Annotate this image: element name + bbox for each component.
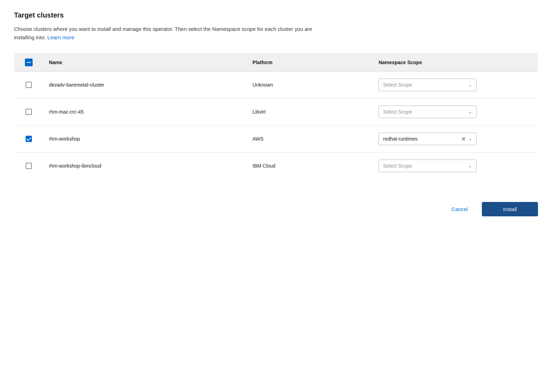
scope-cell[interactable]: Select Scope ⌄ [373, 153, 538, 180]
chevron-down-icon: ⌄ [469, 136, 472, 141]
cluster-platform: IBM Cloud [247, 153, 373, 180]
chevron-down-icon: ⌄ [469, 109, 472, 114]
row-3-checkbox[interactable] [26, 136, 32, 142]
row-2-checkbox[interactable] [26, 109, 32, 115]
select-all-header[interactable] [14, 53, 43, 72]
cluster-table: Name Platform Namespace Scope devadv-bar… [14, 53, 538, 180]
select-all-checkbox[interactable] [25, 59, 33, 66]
row-1-checkbox[interactable] [26, 82, 32, 88]
table-row: devadv-baremetal-cluster Unknown Select … [14, 72, 538, 99]
cluster-platform: Unknown [247, 72, 373, 99]
scope-cell[interactable]: Select Scope ⌄ [373, 99, 538, 126]
scope-select-row-1[interactable]: Select Scope ⌄ [378, 79, 477, 91]
cancel-button[interactable]: Cancel [444, 203, 475, 216]
row-checkbox-cell[interactable] [14, 126, 43, 153]
scope-select-row-2-text: Select Scope [383, 109, 469, 115]
scope-select-row-2[interactable]: Select Scope ⌄ [378, 106, 477, 118]
page-title: Target clusters [14, 11, 538, 19]
table-header-row: Name Platform Namespace Scope [14, 53, 538, 72]
table-row: rhm-mac-crc-45 Libvirt Select Scope ⌄ [14, 99, 538, 126]
platform-column-header: Platform [247, 53, 373, 72]
cluster-platform: AWS [247, 126, 373, 153]
learn-more-link[interactable]: Learn more [47, 34, 74, 40]
cluster-name: rhm-mac-crc-45 [43, 99, 247, 126]
table-row: rhm-workshop AWS redhat-runtimes ✕ ⌄ [14, 126, 538, 153]
chevron-down-icon: ⌄ [469, 163, 472, 168]
row-4-checkbox[interactable] [26, 163, 32, 169]
install-button[interactable]: Install [482, 202, 538, 216]
clear-scope-icon[interactable]: ✕ [461, 136, 466, 142]
scope-select-row-4[interactable]: Select Scope ⌄ [378, 160, 477, 172]
cluster-name: rhm-workshop [43, 126, 247, 153]
scope-select-row-3[interactable]: redhat-runtimes ✕ ⌄ [378, 133, 477, 145]
row-checkbox-cell[interactable] [14, 72, 43, 99]
cluster-name: devadv-baremetal-cluster [43, 72, 247, 99]
cluster-platform: Libvirt [247, 99, 373, 126]
cluster-name: rhm-workshop-ibmcloud [43, 153, 247, 180]
namespace-scope-column-header: Namespace Scope [373, 53, 538, 72]
table-row: rhm-workshop-ibmcloud IBM Cloud Select S… [14, 153, 538, 180]
scope-select-row-1-text: Select Scope [383, 82, 469, 88]
scope-cell[interactable]: redhat-runtimes ✕ ⌄ [373, 126, 538, 153]
row-checkbox-cell[interactable] [14, 99, 43, 126]
footer-actions: Cancel Install [14, 196, 538, 216]
row-checkbox-cell[interactable] [14, 153, 43, 180]
scope-cell[interactable]: Select Scope ⌄ [373, 72, 538, 99]
name-column-header: Name [43, 53, 247, 72]
scope-select-row-4-text: Select Scope [383, 163, 469, 169]
page-description: Choose clusters where you want to instal… [14, 25, 316, 42]
scope-select-row-3-text: redhat-runtimes [383, 136, 461, 142]
chevron-down-icon: ⌄ [469, 82, 472, 87]
